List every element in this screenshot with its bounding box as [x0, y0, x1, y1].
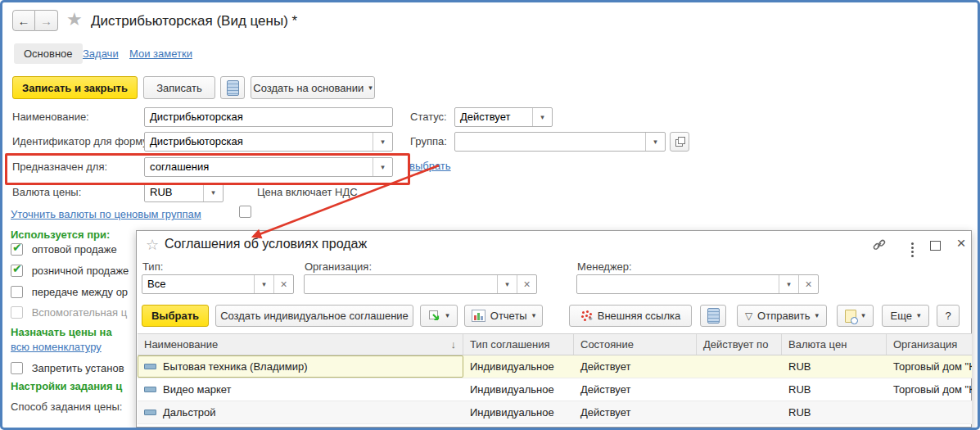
- column-header-name[interactable]: Наименование ↓: [138, 334, 463, 355]
- back-icon: ←: [18, 14, 30, 28]
- dropdown-icon[interactable]: ▾: [497, 275, 517, 293]
- transfer-checkbox[interactable]: [11, 286, 23, 298]
- dropdown-icon[interactable]: ▾: [373, 158, 392, 176]
- external-link-button[interactable]: ⚭ Внешняя ссылка: [569, 305, 692, 327]
- dropdown-icon[interactable]: ▾: [203, 183, 223, 201]
- dropdown-icon[interactable]: ▾: [254, 275, 273, 293]
- create-individual-button[interactable]: Создать индивидуальное соглашение: [215, 305, 413, 327]
- identifier-input[interactable]: Дистрибьюторская ▾: [144, 132, 393, 152]
- forbid-checkbox[interactable]: [11, 362, 23, 374]
- tab-main[interactable]: Основное: [14, 43, 83, 64]
- reminder-note-icon: [845, 310, 856, 323]
- column-header-organization[interactable]: Организация: [887, 334, 972, 355]
- list-settings-button[interactable]: [700, 305, 726, 327]
- agreement-item-icon: [144, 364, 156, 369]
- select-button[interactable]: Выбрать: [142, 305, 209, 327]
- get-link-button[interactable]: [870, 238, 888, 252]
- column-header-name-label: Наименование: [144, 334, 218, 355]
- tab-tasks[interactable]: Задачи: [83, 48, 119, 60]
- vat-checkbox[interactable]: [239, 206, 251, 218]
- status-select[interactable]: Действует ▾: [454, 107, 553, 127]
- table-row[interactable]: Видео маркет Индивидуальное Действует RU…: [138, 378, 972, 401]
- clear-icon[interactable]: ×: [798, 275, 818, 293]
- reports-button[interactable]: Отчеты ▾: [464, 305, 543, 327]
- close-button[interactable]: ×: [952, 236, 970, 251]
- dialog-favorite-star-icon[interactable]: ☆: [146, 236, 159, 254]
- agreements-dialog: ☆ Соглашения об условиях продаж × Тип: В…: [136, 230, 972, 428]
- table-row[interactable]: Дальстрой Индивидуальное Действует RUB: [138, 401, 972, 424]
- table-row[interactable]: Бытовая техника (Владимир) Индивидуально…: [138, 355, 972, 378]
- agreement-item-icon: [144, 410, 156, 415]
- filter-organization-input[interactable]: ▾ ×: [304, 274, 537, 294]
- register-records-button[interactable]: [220, 76, 245, 99]
- filter-organization-label: Организация:: [305, 260, 372, 273]
- auxiliary-label: Вспомогательная ц: [32, 306, 127, 319]
- cell-state: Действует: [580, 378, 630, 401]
- dropdown-icon: ▾: [861, 312, 865, 319]
- all-nomenclature-link[interactable]: всю номенклатуру: [11, 341, 102, 353]
- column-header-type-label: Тип соглашения: [470, 334, 550, 355]
- help-button[interactable]: ?: [937, 305, 960, 327]
- wholesale-label: оптовой продаже: [32, 243, 117, 256]
- agreement-item-icon: [144, 387, 156, 392]
- column-header-valid-until-label: Действует по: [703, 334, 768, 355]
- send-button[interactable]: ▽ Отправить ▾: [737, 305, 827, 327]
- purpose-input[interactable]: соглашения ▾: [144, 157, 393, 177]
- vat-checkbox-label: Цена включает НДС: [257, 186, 358, 198]
- column-header-currency[interactable]: Валюта цен: [782, 334, 887, 355]
- window-menu-button[interactable]: [903, 240, 921, 255]
- refine-currencies-link[interactable]: Уточнить валюты по ценовым группам: [11, 208, 201, 220]
- dropdown-icon[interactable]: ▾: [779, 275, 798, 293]
- dropdown-icon[interactable]: ▾: [532, 108, 552, 126]
- stack-icon: [227, 80, 239, 96]
- maximize-button[interactable]: [926, 238, 944, 253]
- close-icon: ×: [956, 234, 965, 252]
- forward-icon: →: [40, 14, 52, 28]
- tab-my-notes[interactable]: Мои заметки: [129, 48, 192, 60]
- dialog-title: Соглашения об условиях продаж: [165, 237, 367, 251]
- currency-select[interactable]: RUB ▾: [144, 183, 224, 202]
- group-open-button[interactable]: [670, 132, 689, 152]
- cell-organization: Торговый дом "Ко…: [893, 378, 972, 401]
- save-button[interactable]: Записать: [143, 76, 215, 99]
- retail-checkbox[interactable]: ✔: [11, 265, 23, 277]
- group-value: [455, 133, 645, 151]
- group-input[interactable]: ▾: [454, 132, 666, 152]
- dropdown-icon[interactable]: ▾: [645, 133, 665, 151]
- filter-type-input[interactable]: Все ▾ ×: [142, 274, 294, 294]
- assign-prices-title: Назначать цены на: [11, 326, 112, 338]
- checkbox-wholesale: ✔ оптовой продаже: [11, 242, 117, 256]
- cell-name: Дальстрой: [163, 401, 216, 423]
- reminder-button[interactable]: ▾: [837, 305, 874, 327]
- clear-icon[interactable]: ×: [273, 275, 293, 293]
- favorite-star-icon[interactable]: ★: [66, 9, 83, 30]
- kebab-icon: [911, 247, 914, 249]
- column-header-type[interactable]: Тип соглашения: [463, 334, 574, 355]
- identifier-value: Дистрибьюторская: [145, 133, 373, 151]
- checkbox-auxiliary: Вспомогательная ц: [11, 306, 127, 319]
- back-button[interactable]: ←: [12, 10, 35, 31]
- app-window: ← → ★ Дистрибьюторская (Вид цены) * Осно…: [0, 0, 980, 430]
- forward-button[interactable]: →: [35, 10, 58, 31]
- save-close-button[interactable]: Записать и закрыть: [12, 76, 138, 99]
- filter-organization-value: [305, 275, 497, 293]
- column-header-currency-label: Валюта цен: [788, 334, 847, 355]
- send-icon: ▽: [745, 310, 752, 322]
- column-header-state-label: Состояние: [580, 334, 634, 355]
- dropdown-icon[interactable]: ▾: [373, 133, 392, 151]
- dropdown-icon: ▾: [917, 312, 921, 319]
- auxiliary-checkbox[interactable]: [11, 306, 23, 319]
- wholesale-checkbox[interactable]: ✔: [11, 243, 23, 256]
- column-header-state[interactable]: Состояние: [574, 334, 697, 355]
- filter-manager-input[interactable]: ▾ ×: [576, 274, 819, 294]
- cell-currency: RUB: [788, 355, 811, 378]
- currency-label: Валюта цены:: [12, 186, 81, 198]
- currency-value: RUB: [145, 183, 203, 201]
- copy-item-button[interactable]: ▾: [420, 305, 458, 327]
- purpose-select-link[interactable]: выбрать: [409, 160, 451, 172]
- more-button[interactable]: Еще ▾: [882, 305, 929, 327]
- column-header-valid-until[interactable]: Действует по: [697, 334, 782, 355]
- name-input[interactable]: Дистрибьюторская: [144, 107, 393, 127]
- create-based-on-button[interactable]: Создать на основании ▾: [251, 76, 375, 99]
- clear-icon[interactable]: ×: [517, 275, 536, 293]
